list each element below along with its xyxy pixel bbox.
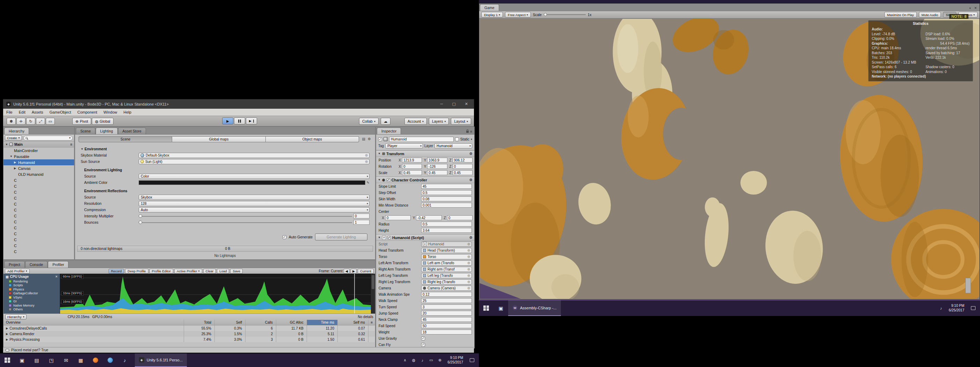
taskbar-clock[interactable]: 9:10 PM 6/25/2017 [946,304,968,313]
gear-icon[interactable]: ⚙ [469,236,473,239]
scale-z-field[interactable]: 0.45 [453,170,473,175]
layers-dropdown[interactable]: Layers▾ [429,118,449,125]
action-center-icon[interactable] [968,306,978,310]
menu-edit[interactable]: Edit [16,110,29,114]
slope-limit-field[interactable]: 45 [421,184,472,189]
object-picker-icon[interactable]: ◎ [467,280,470,284]
static-dropdown-icon[interactable]: ▾ [471,138,472,141]
turn-speed-field[interactable]: 3 [421,305,472,310]
action-center-icon[interactable] [466,358,477,362]
transform-component-header[interactable]: ▼⊞ Transform ⚙ [376,150,474,157]
hierarchy-search-input[interactable]: ▾ [24,136,73,140]
object-picker-icon[interactable]: ◎ [467,249,470,252]
hierarchy-item[interactable]: C [3,225,74,231]
record-toggle[interactable]: Record [109,269,124,274]
right-arm-transform-field[interactable]: Right arm (Transf◎ [421,267,472,272]
browser2-icon[interactable] [103,353,117,367]
tag-dropdown[interactable]: Player [385,143,423,148]
save-button[interactable]: Save [230,269,243,274]
column-total[interactable]: Total [184,320,215,325]
hierarchy-item[interactable]: C [3,249,74,254]
walk-speed-field[interactable]: 25 [421,298,472,303]
resolution-dropdown[interactable]: 128 [138,201,369,206]
help-icon[interactable]: ▤ [362,137,365,141]
rotation-x-field[interactable]: 0 [402,164,422,169]
walk-animation-speed-field[interactable]: 0.12 [421,292,472,297]
tab-inspector[interactable]: Inspector [377,128,401,134]
rotation-z-field[interactable]: 0 [453,164,473,169]
tray-network-icon[interactable]: ◍ [410,358,418,362]
object-picker-icon[interactable]: ◎ [365,160,368,163]
camera-field[interactable]: Camera (Camera)◎ [421,286,472,291]
column-options-icon[interactable]: ≡ [368,320,375,325]
scale-y-field[interactable]: 0.45 [427,170,447,175]
tray-volume-icon[interactable]: ♪ [937,306,945,310]
hierarchy-item[interactable]: C [3,243,74,249]
center-x-field[interactable]: 0 [385,215,411,220]
scrollbar[interactable] [965,278,971,293]
sun-source-field[interactable]: Sun (Light)◎ [138,159,369,164]
legend-chip[interactable] [9,308,11,311]
weight-field[interactable]: 18 [421,330,472,335]
taskbar-app-assembly[interactable]: M Assembly-CSharp -... [508,300,561,316]
object-picker-icon[interactable]: ◎ [467,286,470,290]
deep-profile-toggle[interactable]: Deep Profile [125,269,148,274]
rotation-y-field[interactable]: -126 [427,164,447,169]
hierarchy-item[interactable]: C [3,207,74,213]
menu-window[interactable]: Window [100,110,120,114]
profile-editor-toggle[interactable]: Profile Editor [150,269,173,274]
lighting-subtab-scene[interactable]: Scene [79,136,172,142]
unity-titlebar[interactable]: ◆ Unity 5.6.1f1 Personal (64bit) - Main.… [3,99,474,109]
skybox-material-field[interactable]: Default-Skybox◎ [138,153,369,158]
hierarchy-item[interactable]: C [3,195,74,201]
lighting-subtab-object-maps[interactable]: Object maps [266,136,359,142]
left-arm-transform-field[interactable]: Left arm (Transfo◎ [421,260,472,266]
compression-dropdown[interactable]: Auto [138,207,369,212]
legend-chip[interactable] [9,280,11,283]
detail-mode-dropdown[interactable]: Hierarchy▾ [5,314,27,319]
browser-icon[interactable] [88,353,103,367]
step-offset-field[interactable]: 0.5 [421,190,472,195]
gear-icon[interactable]: ⚙ [469,178,473,182]
global-toggle[interactable]: ◍Global [92,118,113,125]
move-tool-icon[interactable]: ✛ [16,118,25,125]
component-enabled-checkbox[interactable]: ✓ [387,236,391,239]
tray-expand-icon[interactable]: ∧ [401,358,409,362]
environment-header[interactable]: Environment [84,147,143,151]
object-picker-icon[interactable]: ◎ [467,255,470,258]
height-field[interactable]: 3.64 [421,228,472,233]
legend-chip[interactable] [9,296,11,299]
file-explorer-icon[interactable]: ▤ [29,353,44,367]
jump-speed-field[interactable]: 20 [421,311,472,316]
pivot-toggle[interactable]: ⊕Pivot [72,118,91,125]
tab-project[interactable]: Project [4,261,25,268]
inspector-menu-icon[interactable]: ≡ [470,130,472,134]
min-move-distance-field[interactable]: 0.001 [421,203,472,207]
use-gravity-checkbox[interactable]: ✓ [421,337,425,340]
tab-profiler[interactable]: Profiler [48,261,68,268]
scale-slider[interactable] [544,12,586,17]
tab-hierarchy[interactable]: Hierarchy [4,128,29,134]
legend-chip[interactable] [9,284,11,287]
column-self[interactable]: Self [215,320,245,325]
hierarchy-item[interactable]: C [3,231,74,237]
hierarchy-item[interactable]: C [3,219,74,225]
rect-tool-icon[interactable]: ▭ [46,118,55,125]
column-gc-alloc[interactable]: GC Alloc [276,320,307,325]
object-picker-icon[interactable]: ◎ [467,267,470,271]
photos-icon[interactable]: ▦ [73,353,88,367]
hierarchy-item[interactable]: C [3,189,74,195]
hierarchy-item-selected[interactable]: ▶Humanoid [3,160,74,165]
tray-shield-icon[interactable]: ⊕ [436,358,444,362]
neck-clamp-field[interactable]: 45 [421,317,472,322]
generate-lighting-button[interactable]: Generate Lighting [315,233,368,241]
ambient-color-swatch[interactable] [138,180,365,185]
eyedropper-icon[interactable]: ✎ [367,181,369,185]
task-view-icon[interactable]: ▣ [493,300,508,316]
hierarchy-item[interactable]: OLD Humanoid [3,171,74,177]
step-button[interactable]: ▶ [246,117,257,124]
active-profiler-dropdown[interactable]: Active Profiler▾ [174,269,202,274]
hierarchy-item[interactable]: MainController [3,147,74,153]
minimize-icon[interactable]: ─ [441,102,443,106]
close-icon[interactable]: ✕ [465,102,468,106]
